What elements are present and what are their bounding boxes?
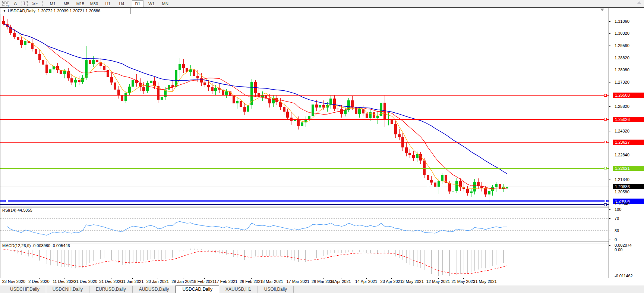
price-axis-label: 1.20580 — [615, 190, 629, 194]
price-axis-tick — [609, 204, 610, 204]
tab-usdchf-daily[interactable]: USDCHF,Daily — [4, 286, 46, 293]
tab-xauusd-h1[interactable]: XAUUSD,H1 — [219, 286, 258, 293]
price-axis-tick — [609, 46, 610, 46]
tab-audusd-daily[interactable]: AUDUSD,Daily — [133, 286, 176, 293]
main-price-chart[interactable] — [0, 8, 609, 206]
date-axis-label: 2 Dec 2020 — [28, 279, 49, 284]
price-tag-green-box: 1.22021 — [613, 166, 644, 171]
date-axis-label: 8 Mar 2021 — [262, 279, 283, 284]
price-tag-black-box: 1.20886 — [613, 184, 644, 189]
price-axis-label: 1.21340 — [615, 177, 629, 182]
date-axis-label: 11 Dec 2020 — [53, 279, 76, 284]
macd-axis-tick — [609, 276, 610, 276]
price-axis-label: 1.30320 — [615, 31, 629, 35]
timeframe-button-h4[interactable]: H4 — [116, 0, 127, 7]
chart-tab-bar: USDCHF,DailyUSDCNH,DailyEURUSD,DailyAUDU… — [0, 285, 644, 293]
price-tag-red-box: 1.23627 — [613, 140, 644, 145]
rsi-axis-tick — [609, 218, 610, 219]
collapse-triangle-icon[interactable]: ▼ — [3, 9, 6, 13]
date-axis-label: 11 Jan 2021 — [121, 279, 144, 284]
price-axis-label: 1.28080 — [615, 68, 629, 72]
rsi-label: RSI(14) 44.5855 — [2, 208, 32, 212]
timeframe-button-h1[interactable]: H1 — [102, 0, 114, 7]
timeframe-button-m1[interactable]: M1 — [47, 0, 59, 7]
price-axis-tick — [609, 131, 610, 131]
date-axis-label: 17 Feb 2021 — [214, 279, 237, 284]
rsi-axis-label: 30 — [615, 228, 619, 233]
rsi-axis-tick — [609, 240, 610, 240]
timeframe-button-m5[interactable]: M5 — [61, 0, 72, 7]
text-label-icon[interactable]: T — [22, 1, 28, 6]
price-axis-tick — [609, 33, 610, 34]
date-axis-label: 12 May 2021 — [426, 279, 450, 284]
price-axis-tick — [609, 155, 610, 155]
dropdown-caret-icon: ▾ — [36, 2, 38, 5]
price-axis-label: 1.31060 — [615, 19, 629, 24]
date-axis[interactable]: 23 Nov 20202 Dec 202011 Dec 202021 Dec 2… — [0, 278, 644, 285]
timeframe-button-d1[interactable]: D1 — [132, 0, 143, 7]
rsi-axis-tick — [609, 231, 610, 231]
price-axis[interactable]: 1.310601.303201.295601.288201.280801.273… — [609, 8, 644, 278]
price-axis-tick — [609, 58, 610, 58]
price-axis-label: 1.25820 — [615, 104, 629, 109]
date-axis-label: 14 Apr 2021 — [355, 279, 377, 284]
macd-axis-tick — [609, 250, 610, 250]
font-icon[interactable]: A — [14, 1, 17, 6]
price-axis-label: 1.28820 — [615, 56, 629, 60]
tab-eurusd-daily[interactable]: EURUSD,Daily — [89, 286, 133, 293]
price-axis-tick — [609, 106, 610, 107]
price-axis-tick — [609, 82, 610, 82]
date-axis-label: 20 Jan 2021 — [146, 279, 169, 284]
price-tag-red-box: 1.26508 — [613, 93, 644, 98]
price-axis-label: 1.19840 — [615, 202, 629, 206]
chart-ohlc-values: 1.20772 1.20939 1.20721 1.20886 — [38, 9, 100, 13]
timeframe-button-mn[interactable]: MN — [160, 0, 171, 7]
date-axis-label: 29 Jan 2021 — [171, 279, 194, 284]
tab-usdcnh-daily[interactable]: USDCNH,Daily — [46, 286, 89, 293]
toolbar-overflow-icon[interactable] — [637, 1, 641, 4]
macd-panel[interactable] — [0, 243, 609, 278]
timeframe-button-m15[interactable]: M15 — [75, 0, 86, 7]
rsi-axis-label: 70 — [615, 216, 619, 221]
timeframe-button-w1[interactable]: W1 — [146, 0, 157, 7]
templates-grid-icon[interactable]: F — [2, 1, 9, 6]
chart-title-box[interactable]: ▼USDCAD,Daily 1.20772 1.20939 1.20721 1.… — [1, 8, 130, 14]
price-axis-tick — [609, 192, 610, 192]
macd-axis-tick — [609, 245, 610, 246]
price-axis-label: 1.29560 — [615, 43, 629, 48]
date-axis-label: 5 Apr 2021 — [331, 279, 351, 284]
price-axis-tick — [609, 21, 610, 22]
price-axis-tick — [609, 70, 610, 70]
price-axis-label: 1.24320 — [615, 129, 629, 133]
rsi-axis-label: 0 — [615, 237, 617, 242]
macd-axis-label: 0.002074 — [615, 243, 632, 247]
tab-usoil-daily[interactable]: USOil,Daily — [258, 286, 294, 293]
date-axis-label: 23 Apr 2021 — [381, 279, 402, 284]
chart-window: ▼USDCAD,Daily 1.20772 1.20939 1.20721 1.… — [0, 7, 644, 278]
price-axis-label: 1.27320 — [615, 80, 629, 84]
price-axis-tick — [609, 180, 610, 180]
timeframe-button-m30[interactable]: M30 — [88, 0, 100, 7]
arrows-style-icon: ⇲ — [32, 1, 35, 6]
toolbar: F A T ⇲ ▾ M1M5M15M30H1H4D1W1MN — [0, 0, 644, 7]
date-axis-label: 3 May 2021 — [402, 279, 423, 284]
chart-symbol-title: USDCAD,Daily — [8, 9, 35, 13]
date-axis-label: 31 Dec 2020 — [99, 279, 122, 284]
tab-usdcad-daily[interactable]: USDCAD,Daily — [176, 285, 219, 293]
date-axis-label: 23 Nov 2020 — [2, 279, 25, 284]
price-axis-label: 1.22840 — [615, 153, 629, 157]
mt4-application: F A T ⇲ ▾ M1M5M15M30H1H4D1W1MN ▼USDCAD,D… — [0, 0, 644, 293]
date-axis-label: 26 Feb 2021 — [240, 279, 263, 284]
rsi-panel[interactable] — [0, 207, 609, 241]
date-axis-label: 31 May 2021 — [473, 279, 497, 284]
toolbar-separator — [42, 1, 43, 6]
timeframe-toolbar: M1M5M15M30H1H4D1W1MN — [46, 0, 172, 7]
chart-shift-marker[interactable] — [600, 9, 604, 11]
date-axis-label: 21 Dec 2020 — [74, 279, 97, 284]
macd-axis-label: 0.00 — [615, 247, 622, 252]
date-axis-label: 17 Mar 2021 — [286, 279, 309, 284]
rsi-axis-tick — [609, 209, 610, 210]
price-tag-red-box: 1.25026 — [613, 117, 644, 122]
date-axis-label: 8 Feb 2021 — [194, 279, 215, 284]
arrows-style-button[interactable]: ⇲ ▾ — [32, 1, 38, 6]
